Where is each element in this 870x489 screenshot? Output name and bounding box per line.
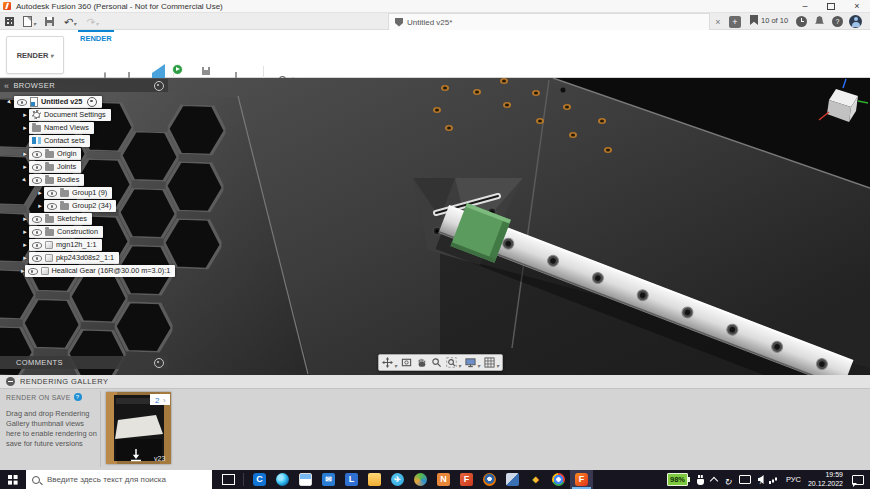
tree-item-label[interactable]: pkp243d08s2_1:1 (56, 253, 114, 262)
visibility-eye-icon[interactable] (32, 254, 42, 262)
collapse-chevrons-icon[interactable] (4, 81, 9, 91)
file-menu-button[interactable] (23, 12, 36, 30)
tree-item-label[interactable]: mgn12h_1:1 (56, 240, 97, 249)
tree-item[interactable]: Origin (21, 148, 170, 160)
search-input[interactable] (45, 474, 199, 485)
expand-arrow-icon[interactable] (21, 124, 29, 132)
fit-button[interactable] (446, 354, 461, 372)
tree-item-label[interactable]: Bodies (57, 175, 79, 184)
tree-item-label[interactable]: Construction (57, 227, 98, 236)
layout-grid-button[interactable] (484, 354, 499, 372)
new-tab-button[interactable]: + (729, 16, 741, 28)
gallery-header[interactable]: RENDERING GALLERY (0, 375, 870, 389)
display-settings-icon[interactable] (87, 97, 97, 107)
taskbar-app-button[interactable] (363, 470, 386, 489)
battery-indicator[interactable]: 98% (667, 473, 688, 486)
tree-item-label[interactable]: Untitled v25 (41, 97, 82, 106)
volume-button[interactable]: ) (758, 475, 762, 484)
tree-item-label[interactable]: Contact sets (44, 136, 85, 145)
tree-item[interactable]: Document Settings (21, 109, 170, 121)
tree-item-label[interactable]: Sketches (57, 214, 87, 223)
taskbar-app-button[interactable]: L (340, 470, 363, 489)
zoom-button[interactable] (431, 357, 442, 368)
taskbar-search[interactable] (26, 470, 212, 489)
expand-arrow-icon[interactable] (6, 98, 14, 106)
redo-button[interactable] (85, 12, 98, 30)
tree-item[interactable]: pkp243d08s2_1:1 (21, 252, 170, 264)
taskbar-app-button[interactable]: F (570, 470, 593, 489)
comments-bar[interactable]: COMMENTS (0, 356, 168, 369)
visibility-eye-icon[interactable] (32, 163, 42, 171)
visibility-eye-icon[interactable] (32, 241, 42, 249)
taskbar-app-button[interactable]: ✉ (317, 470, 340, 489)
document-tab[interactable]: Untitled v25* (388, 13, 710, 30)
taskbar-app-button[interactable] (271, 470, 294, 489)
tree-item-label[interactable]: Joints (57, 162, 76, 171)
tree-item-label[interactable]: Group2 (34) (72, 201, 111, 210)
tree-item-label[interactable]: Origin (57, 149, 76, 158)
taskbar-clock[interactable]: 19:59 20.12.2022 (808, 471, 843, 488)
expand-arrow-icon[interactable] (21, 111, 29, 119)
job-status-clock-icon[interactable] (796, 16, 807, 27)
visibility-eye-icon[interactable] (32, 228, 42, 236)
help-icon[interactable]: ? (832, 16, 843, 27)
undo-button[interactable] (63, 12, 76, 30)
comments-options-icon[interactable] (154, 358, 164, 368)
expand-arrow-icon[interactable] (21, 228, 29, 236)
network-status-icon[interactable] (769, 476, 779, 484)
start-button[interactable] (0, 470, 26, 489)
visibility-eye-icon[interactable] (32, 176, 42, 184)
close-tab-button[interactable]: × (712, 16, 724, 28)
taskbar-app-button[interactable] (501, 470, 524, 489)
taskbar-app-button[interactable]: N (432, 470, 455, 489)
visibility-eye-icon[interactable] (47, 202, 57, 210)
expand-arrow-icon[interactable] (21, 267, 25, 275)
notifications-bell-icon[interactable] (815, 16, 824, 25)
taskbar-app-button[interactable] (478, 470, 501, 489)
visibility-eye-icon[interactable] (47, 189, 57, 197)
visibility-eye-icon[interactable] (28, 267, 38, 275)
tree-item[interactable]: Joints (21, 161, 170, 173)
tree-item[interactable]: Contact sets (21, 135, 170, 147)
tab-render[interactable]: RENDER (78, 30, 114, 43)
taskbar-app-button[interactable]: ◆ (524, 470, 547, 489)
tree-item-label[interactable]: Group1 (9) (72, 188, 107, 197)
taskbar-app-button[interactable]: F (455, 470, 478, 489)
visibility-eye-icon[interactable] (17, 98, 27, 106)
render-thumbnail[interactable]: 2 › v23 (106, 392, 171, 464)
tree-item[interactable]: Named Views (21, 122, 170, 134)
help-question-icon[interactable]: ? (74, 393, 82, 401)
user-avatar[interactable] (849, 15, 862, 28)
tree-item[interactable]: Group2 (34) (36, 200, 170, 212)
expand-arrow-icon[interactable] (21, 150, 29, 158)
language-indicator[interactable]: РУС (786, 475, 801, 484)
pan-orbit-button[interactable] (382, 354, 397, 372)
tree-item[interactable]: Group1 (9) (36, 187, 170, 199)
expand-arrow-icon[interactable] (21, 163, 29, 171)
expand-arrow-icon[interactable] (21, 176, 29, 184)
expand-arrow-icon[interactable] (21, 241, 29, 249)
task-view-icon[interactable] (222, 474, 235, 485)
taskbar-app-button[interactable] (547, 470, 570, 489)
restore-button[interactable] (818, 0, 844, 13)
action-center-icon[interactable] (852, 475, 864, 485)
expand-arrow-icon[interactable] (36, 189, 44, 197)
tree-item-label[interactable]: Document Settings (44, 110, 106, 119)
tree-item-label[interactable]: Named Views (44, 123, 89, 132)
expand-arrow-icon[interactable] (21, 254, 29, 262)
sync-icon[interactable] (724, 471, 732, 489)
tree-item[interactable]: Sketches (21, 213, 170, 225)
pan-hand-button[interactable] (416, 357, 427, 368)
taskbar-app-button[interactable] (409, 470, 432, 489)
save-button[interactable] (45, 17, 54, 26)
device-icon[interactable] (739, 475, 751, 484)
taskbar-app-button[interactable]: ✈ (386, 470, 409, 489)
close-button[interactable]: × (844, 0, 870, 13)
minimize-button[interactable]: – (792, 0, 818, 13)
data-panel-button[interactable] (5, 17, 14, 26)
workspace-selector-button[interactable]: RENDER (6, 36, 64, 74)
display-settings-button[interactable] (465, 354, 480, 372)
tree-item[interactable]: Healical Gear (16R@30.00 m=3.0):1 (21, 265, 170, 277)
browser-header[interactable]: BROWSER (0, 79, 168, 92)
tree-item[interactable]: Construction (21, 226, 170, 238)
